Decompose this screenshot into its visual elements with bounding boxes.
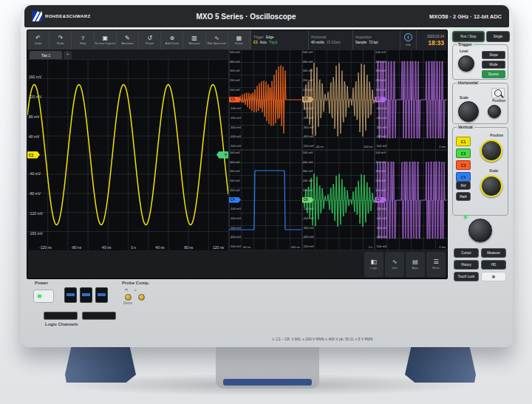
add-tab-button[interactable]: + — [64, 51, 72, 59]
usb-port — [95, 287, 108, 303]
axis-label: 100 mV — [303, 189, 314, 192]
vertical-scale-knob[interactable] — [480, 175, 502, 197]
status-acquisition[interactable]: Acquisition Sample 72 kpt — [352, 30, 400, 49]
function-key[interactable]: History — [454, 260, 479, 270]
horizontal-position-knob[interactable] — [488, 105, 501, 118]
toolbar-button[interactable]: ▥ Measure — [183, 30, 205, 49]
axis-label: -100 mV — [375, 107, 386, 110]
trigger-section-title: Trigger — [457, 42, 474, 47]
probe-comp-terminals — [125, 294, 145, 301]
power-led — [38, 295, 41, 298]
toolbar-button[interactable]: ↷ Redo — [50, 30, 72, 49]
mini-diagram-c7-top[interactable]: 500 mV400 mV300 mV200 mV100 mV0 V-100 mV… — [374, 49, 447, 150]
axis-label: -500 mV — [375, 245, 386, 248]
axis-label: 500 mV — [375, 151, 386, 154]
axis-label: 500 mV — [375, 51, 386, 54]
horizontal-scale-knob[interactable] — [458, 101, 479, 122]
axis-label: 0 s — [131, 245, 136, 250]
toolbar-button[interactable]: ▦ Demo — [228, 30, 250, 49]
axis-label: -200 mV — [375, 217, 386, 220]
status-bar: Trigger Edge C1 Auto Trig'd Horizontal 4… — [250, 30, 447, 50]
acquisition-title: Acquisition — [355, 35, 372, 39]
trigger-type: Edge — [266, 35, 274, 39]
axis-label: 300 mV — [303, 170, 314, 173]
function-key[interactable]: Cursor — [454, 248, 479, 258]
run-stop-button[interactable]: Run / Stop — [452, 31, 485, 42]
trigger-key[interactable]: Slope — [482, 51, 505, 59]
tile-icon: ☰ — [433, 259, 438, 265]
date-text: 2023-02-24 — [427, 35, 444, 38]
channel-key[interactable]: C1 — [456, 137, 471, 146]
channel-key[interactable]: C3 — [456, 160, 471, 170]
trigger-key[interactable]: Mode — [482, 61, 505, 69]
trigger-key[interactable]: Source — [482, 70, 505, 78]
trigger-level-knob[interactable] — [458, 55, 474, 72]
sidebar-tile[interactable]: ∿ Gen — [385, 252, 404, 277]
toolbar-button[interactable]: ✎ Annotate — [117, 30, 139, 49]
toolbar-button[interactable]: ▣ Screen Capture — [95, 30, 117, 49]
top-bezel: ROHDE&SCHWARZ MXO 5 Series · Oscilloscop… — [24, 5, 509, 27]
single-button[interactable]: Single — [486, 31, 510, 42]
axis-label: -100 mV — [375, 208, 386, 210]
status-info[interactable]: i Info — [400, 30, 416, 49]
axis-label: 300 mV — [375, 170, 386, 173]
mini-diagram-c5[interactable]: 500 mV400 mV300 mV200 mV100 mV0 V-100 mV… — [301, 49, 375, 150]
screen-title: MXO 5 Series · Oscilloscope — [150, 13, 342, 21]
toolbar-button[interactable]: ? Help — [72, 30, 94, 49]
math-button[interactable]: Math — [456, 192, 471, 201]
vertical-position-knob[interactable] — [480, 140, 502, 162]
axis-label: -80 mV — [29, 192, 43, 196]
toolbar-icon: ↶ — [35, 35, 41, 41]
toolbar-icon: ↷ — [58, 35, 63, 41]
toolbar-icon: ▥ — [191, 35, 197, 41]
axis-label: -100 mV — [303, 208, 314, 210]
axis-label: -500 mV — [303, 245, 314, 248]
mini-diagram-c4[interactable]: 500 mV400 mV300 mV200 mV100 mV0 V-100 mV… — [228, 150, 301, 250]
axis-label: -400 mV — [375, 135, 386, 138]
toolbar-icon: ✎ — [125, 35, 130, 41]
tile-label: Menu — [432, 266, 440, 270]
right-foot — [405, 343, 476, 383]
brand-text: ROHDE&SCHWARZ — [45, 14, 91, 18]
axis-label: -300 mV — [375, 126, 386, 129]
tile-icon: ▤ — [412, 259, 418, 265]
horizontal-title: Horizontal — [311, 35, 326, 39]
mini-diagram-c6[interactable]: 500 mV400 mV300 mV200 mV100 mV0 V-100 mV… — [301, 150, 375, 250]
tab-1[interactable]: Tab 1 — [30, 51, 62, 59]
axis-label: -200 mV — [303, 117, 314, 120]
axis-label: 200 mV — [375, 79, 386, 82]
connector-panel: Power Probe Comp. ⊓ ⊥ Demo Logic Channel… — [24, 278, 509, 346]
probe-comp-terminal — [125, 294, 132, 301]
zoom-button[interactable] — [491, 88, 505, 98]
ref-button[interactable]: Ref — [456, 181, 471, 190]
horizontal-section: Horizontal Scale Position — [452, 83, 508, 124]
axis-label: -300 mV — [230, 227, 241, 230]
status-trigger[interactable]: Trigger Edge C1 Auto Trig'd — [250, 30, 308, 49]
status-horizontal[interactable]: Horizontal 40 ns/div 15 GSa/s — [308, 30, 352, 49]
channel-key[interactable]: C2 — [456, 148, 471, 158]
tile-label: Logic — [370, 266, 378, 270]
toolbar-button[interactable]: ↶ Undo — [27, 30, 50, 49]
axis-label: 40 mV — [29, 135, 43, 139]
function-key[interactable]: HD — [481, 260, 506, 270]
axis-label: 80 mV — [29, 115, 43, 119]
demo-label: Demo — [123, 301, 132, 305]
toolbar-button[interactable]: ⊕ Add Zoom — [161, 30, 183, 49]
sidebar-tile[interactable]: ▤ Apps — [406, 252, 425, 277]
sidebar-tile[interactable]: ☰ Menu — [426, 252, 446, 277]
axis-label: 300 mV — [230, 69, 241, 72]
mini-diagram-c3[interactable]: 500 mV400 mV300 mV200 mV100 mV0 V-100 mV… — [228, 49, 301, 150]
axis-label: -300 mV — [230, 126, 241, 129]
sidebar-tile[interactable]: ▮▯ Logic — [364, 252, 383, 277]
main-diagram-c1[interactable]: 160 mV120 mV80 mV40 mV-40 mV-80 mV-120 m… — [27, 59, 228, 250]
axis-label: -100 mV — [230, 208, 241, 210]
toolbar-button[interactable]: ∿ Edit Spectrum — [206, 30, 228, 49]
axis-label: -300 mV — [375, 227, 386, 230]
multiuse-knob[interactable] — [468, 219, 492, 242]
function-key[interactable]: Measure — [481, 248, 506, 258]
axis-label: -400 mV — [303, 236, 314, 239]
mini-diagram-c7-bottom[interactable]: 500 mV400 mV300 mV200 mV100 mV0 V-100 mV… — [374, 150, 447, 250]
toolbar-button[interactable]: ↺ Preset — [139, 30, 161, 49]
status-clock[interactable]: 2023-02-24 18:33 — [416, 30, 447, 49]
power-button[interactable] — [33, 290, 54, 303]
